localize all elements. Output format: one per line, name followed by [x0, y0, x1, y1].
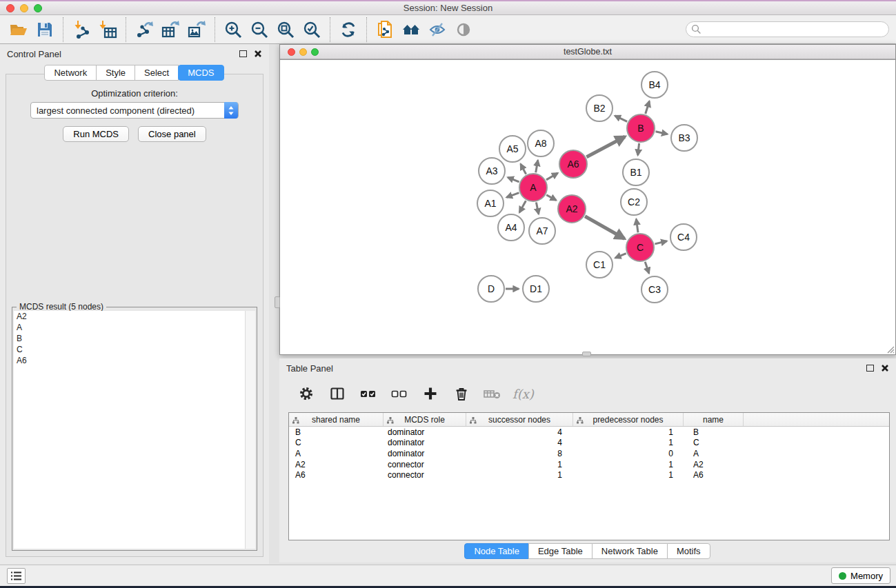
search-box[interactable]: [686, 21, 889, 37]
delete-table-button[interactable]: [480, 382, 505, 405]
table-cell[interactable]: 8: [466, 449, 573, 458]
table-row[interactable]: Cdominator41C: [289, 438, 889, 449]
edge-C-C4[interactable]: [655, 241, 666, 244]
table-cell[interactable]: A: [289, 449, 384, 458]
table-cell[interactable]: dominator: [384, 427, 466, 437]
edge-A-A7[interactable]: [536, 203, 539, 214]
tab-network-table[interactable]: Network Table: [592, 543, 668, 559]
node-A1[interactable]: A1: [477, 190, 504, 216]
tab-motifs[interactable]: Motifs: [667, 543, 710, 559]
edge-B-B4[interactable]: [646, 101, 650, 114]
refresh-view-button[interactable]: [335, 17, 361, 42]
import-table-button[interactable]: [94, 17, 121, 42]
edge-C-C3[interactable]: [645, 262, 649, 274]
column-header-name[interactable]: name: [684, 413, 744, 426]
memory-button[interactable]: Memory: [831, 567, 890, 584]
float-panel-icon[interactable]: [239, 50, 247, 57]
node-B3[interactable]: B3: [671, 125, 697, 151]
network-vertical-scrollbar-thumb[interactable]: [275, 296, 280, 308]
mcds-result-item[interactable]: A: [14, 322, 255, 333]
node-D[interactable]: D: [478, 276, 504, 302]
mcds-result-list[interactable]: A2ABCA6: [14, 311, 255, 549]
node-B2[interactable]: B2: [586, 95, 613, 121]
table-cell[interactable]: A2: [684, 460, 744, 469]
edge-A-A8[interactable]: [536, 161, 538, 173]
column-header-predecessor-nodes[interactable]: predecessor nodes: [573, 413, 684, 426]
table-cell[interactable]: dominator: [384, 449, 466, 458]
edge-A-A3[interactable]: [508, 177, 519, 182]
zoom-selected-button[interactable]: [299, 17, 325, 42]
home-first-neighbors-button[interactable]: [398, 17, 424, 42]
edge-B-B1[interactable]: [638, 143, 639, 155]
zoom-in-button[interactable]: [220, 17, 246, 42]
table-cell[interactable]: C: [684, 438, 744, 447]
node-A7[interactable]: A7: [529, 218, 555, 244]
open-session-button[interactable]: [6, 17, 32, 42]
table-cell[interactable]: 1: [573, 427, 684, 437]
edge-A6-B[interactable]: [586, 136, 625, 157]
export-network-button[interactable]: [131, 17, 157, 42]
table-cell[interactable]: 1: [466, 460, 573, 469]
column-header-mcds-role[interactable]: MCDS role: [384, 413, 466, 426]
network-canvas-area[interactable]: AA1A2A3A4A5A6A7A8BB1B2B3B4CC1C2C3C4DD1: [280, 59, 895, 354]
table-row[interactable]: Bdominator41B: [289, 427, 889, 438]
table-cell[interactable]: A: [684, 449, 744, 458]
node-A6[interactable]: A6: [559, 150, 587, 178]
node-D1[interactable]: D1: [523, 276, 549, 302]
mcds-result-item[interactable]: A2: [14, 311, 255, 322]
table-cell[interactable]: A6: [289, 470, 384, 480]
network-graph[interactable]: AA1A2A3A4A5A6A7A8BB1B2B3B4CC1C2C3C4DD1: [280, 60, 895, 355]
table-cell[interactable]: connector: [384, 460, 466, 469]
mcds-result-item[interactable]: C: [14, 344, 255, 355]
zoom-out-button[interactable]: [246, 17, 272, 42]
edge-A-A6[interactable]: [546, 173, 558, 180]
export-table-button[interactable]: [157, 17, 183, 42]
function-builder-button[interactable]: f(x): [512, 387, 534, 401]
table-row[interactable]: A6connector11A6: [289, 469, 889, 480]
column-header-successor-nodes[interactable]: successor nodes: [466, 413, 573, 426]
node-A5[interactable]: A5: [499, 136, 526, 162]
table-row[interactable]: A2connector11A2: [289, 459, 889, 470]
export-image-button[interactable]: [183, 17, 210, 42]
node-B1[interactable]: B1: [623, 159, 649, 185]
table-cell[interactable]: A2: [289, 460, 384, 469]
save-session-button[interactable]: [32, 17, 58, 42]
table-cell[interactable]: 0: [573, 449, 684, 458]
node-B4[interactable]: B4: [641, 72, 668, 98]
edge-A2-C[interactable]: [585, 216, 624, 239]
node-C2[interactable]: C2: [621, 189, 647, 215]
run-mcds-button[interactable]: Run MCDS: [63, 126, 129, 142]
edge-A-A1[interactable]: [506, 193, 519, 198]
window-resize-grip[interactable]: [885, 344, 895, 354]
zoom-fit-button[interactable]: [272, 17, 299, 42]
node-C1[interactable]: C1: [586, 252, 613, 278]
select-all-rows-button[interactable]: [356, 382, 381, 405]
edge-A-A5[interactable]: [521, 164, 526, 174]
table-cell[interactable]: 1: [573, 438, 684, 447]
node-C3[interactable]: C3: [641, 276, 668, 303]
tab-style[interactable]: Style: [96, 65, 135, 81]
node-C4[interactable]: C4: [670, 224, 697, 250]
network-window-titlebar[interactable]: testGlobe.txt: [280, 45, 895, 59]
table-cell[interactable]: 1: [573, 460, 684, 469]
show-graphics-details-button[interactable]: [450, 17, 477, 42]
edge-C-C2[interactable]: [636, 219, 638, 232]
edge-B-B3[interactable]: [656, 132, 668, 134]
table-cell[interactable]: C: [289, 438, 384, 447]
show-panels-menu-button[interactable]: [7, 568, 26, 584]
network-horizontal-scrollbar-thumb[interactable]: [582, 352, 591, 356]
criterion-select[interactable]: largest connected component (directed): [30, 102, 239, 119]
table-cell[interactable]: connector: [384, 470, 466, 480]
hide-graphics-details-button[interactable]: [424, 17, 450, 42]
tab-mcds[interactable]: MCDS: [178, 65, 223, 81]
table-cell[interactable]: 4: [466, 438, 573, 447]
import-network-button[interactable]: [68, 17, 94, 42]
edge-A-A4[interactable]: [519, 201, 526, 212]
tab-network[interactable]: Network: [44, 65, 97, 81]
close-table-panel-icon[interactable]: [881, 364, 889, 372]
tab-node-table[interactable]: Node Table: [464, 543, 529, 559]
tab-edge-table[interactable]: Edge Table: [528, 543, 593, 559]
node-A2[interactable]: A2: [558, 195, 586, 223]
close-panel-icon[interactable]: [254, 50, 262, 58]
node-A8[interactable]: A8: [528, 130, 554, 156]
